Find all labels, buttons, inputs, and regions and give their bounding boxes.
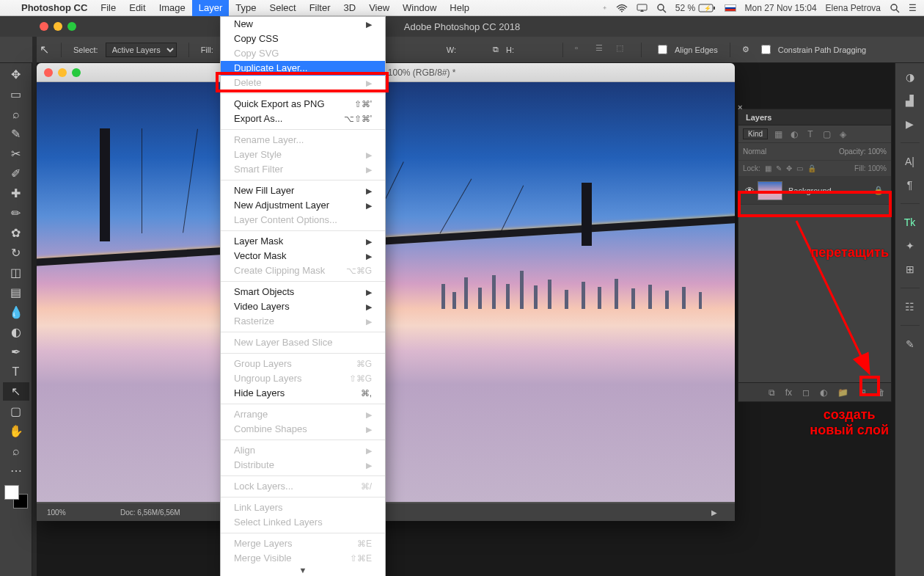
- airplay-icon[interactable]: [637, 4, 648, 12]
- menu-icon[interactable]: ☰: [909, 3, 917, 13]
- brush-tool[interactable]: ✏: [3, 204, 29, 222]
- lock-artboard-icon[interactable]: ▭: [796, 164, 803, 172]
- filter-shape-icon[interactable]: ▢: [821, 128, 832, 140]
- tk-panel-icon[interactable]: Tk: [900, 214, 920, 230]
- app-menu[interactable]: Photoshop CC: [15, 0, 94, 16]
- eraser-tool[interactable]: ◫: [3, 263, 29, 282]
- menu-filter[interactable]: Filter: [303, 0, 337, 16]
- lock-position-icon[interactable]: ✥: [786, 164, 792, 172]
- align-edges-checkbox[interactable]: [658, 45, 667, 54]
- doc-info[interactable]: Doc: 6,56M/6,56M: [120, 508, 180, 517]
- menu-item-hide-layers[interactable]: Hide Layers⌘,: [221, 386, 385, 401]
- filter-smart-icon[interactable]: ◈: [837, 128, 848, 140]
- stamp-tool[interactable]: ✿: [3, 224, 29, 242]
- layer-name[interactable]: Background: [788, 186, 832, 195]
- filter-type-icon[interactable]: T: [804, 128, 816, 140]
- layers-tab[interactable]: × Layers: [738, 109, 891, 125]
- zoom-tool[interactable]: ⌕: [3, 442, 29, 460]
- layer-filter-kind[interactable]: Kind: [743, 128, 768, 139]
- marquee-tool[interactable]: ▭: [3, 85, 29, 103]
- visibility-toggle-icon[interactable]: 👁: [741, 185, 758, 196]
- crop-tool[interactable]: ✂: [3, 145, 29, 163]
- path-operation-icon[interactable]: ▫: [575, 43, 588, 56]
- pen-tool[interactable]: ✒: [3, 343, 29, 361]
- rectangle-tool[interactable]: ▢: [3, 402, 29, 420]
- zoom-level[interactable]: 100%: [47, 508, 91, 517]
- doc-minimize-button[interactable]: [58, 68, 67, 77]
- constrain-checkbox[interactable]: [761, 45, 771, 54]
- input-source-flag[interactable]: [725, 4, 736, 12]
- close-button[interactable]: [40, 22, 48, 31]
- fill-value[interactable]: 100%: [868, 164, 887, 172]
- opacity-value[interactable]: 100%: [868, 147, 887, 156]
- bluetooth-icon[interactable]: ᛭: [602, 3, 607, 13]
- menu-item-new[interactable]: New▶: [221, 17, 385, 32]
- link-layers-icon[interactable]: ⧉: [769, 387, 775, 398]
- fx-icon[interactable]: fx: [785, 387, 792, 398]
- dodge-tool[interactable]: ◐: [3, 323, 29, 341]
- layer-lock-icon[interactable]: 🔒: [873, 186, 884, 195]
- menu-image[interactable]: Image: [153, 0, 192, 16]
- minimize-button[interactable]: [54, 22, 62, 31]
- menu-select[interactable]: Select: [263, 0, 302, 16]
- doc-zoom-button[interactable]: [72, 68, 81, 77]
- blur-tool[interactable]: 💧: [3, 303, 29, 321]
- menu-item-duplicate-layer[interactable]: Duplicate Layer...: [221, 61, 385, 76]
- doc-close-button[interactable]: [44, 68, 53, 77]
- blend-mode-select[interactable]: Normal: [743, 147, 766, 156]
- paragraph-panel-icon[interactable]: ¶: [900, 177, 920, 193]
- path-selection-tool[interactable]: ↖: [3, 382, 29, 401]
- menu-type[interactable]: Type: [229, 0, 263, 16]
- move-tool[interactable]: ✥: [3, 65, 29, 84]
- path-arrange-icon[interactable]: ⬚: [616, 43, 629, 56]
- path-selection-tool-icon[interactable]: ↖: [40, 43, 49, 56]
- menu-window[interactable]: Window: [396, 0, 443, 16]
- panel-icon-4[interactable]: ✎: [900, 336, 920, 352]
- panel-icon-3[interactable]: ☷: [900, 299, 920, 315]
- layer-thumbnail[interactable]: [758, 181, 782, 200]
- zoom-button[interactable]: [67, 22, 76, 31]
- menu-item-smart-objects[interactable]: Smart Objects▶: [221, 285, 385, 299]
- panel-close-icon[interactable]: ×: [738, 99, 742, 115]
- status-arrow-icon[interactable]: ▶: [711, 508, 717, 517]
- search-icon[interactable]: [656, 3, 667, 13]
- gear-icon[interactable]: ⚙: [742, 45, 749, 54]
- lock-pixels-icon[interactable]: ▦: [765, 164, 771, 172]
- filter-pixel-icon[interactable]: ▦: [772, 128, 784, 140]
- menu-file[interactable]: File: [94, 0, 122, 16]
- wifi-icon[interactable]: [616, 4, 628, 12]
- select-dropdown[interactable]: Active Layers: [106, 43, 177, 57]
- healing-tool[interactable]: ✚: [3, 184, 29, 203]
- menu-help[interactable]: Help: [443, 0, 476, 16]
- lasso-tool[interactable]: ⌕: [3, 105, 29, 123]
- user-name[interactable]: Elena Petrova: [826, 3, 881, 13]
- group-icon[interactable]: 📁: [837, 387, 848, 398]
- menu-3d[interactable]: 3D: [337, 0, 363, 16]
- menu-overflow-icon[interactable]: ▼: [299, 566, 307, 575]
- menu-item-quick-export-as-png[interactable]: Quick Export as PNG⇧⌘': [221, 97, 385, 112]
- menu-item-new-adjustment-layer[interactable]: New Adjustment Layer▶: [221, 198, 385, 213]
- menu-item-new-fill-layer[interactable]: New Fill Layer▶: [221, 183, 385, 198]
- quick-select-tool[interactable]: ✎: [3, 125, 29, 143]
- canvas[interactable]: [37, 82, 735, 502]
- panel-icon-2[interactable]: ⊞: [900, 261, 920, 277]
- battery-status[interactable]: 52 % ⚡: [675, 3, 716, 13]
- path-align-icon[interactable]: ☰: [595, 43, 609, 56]
- adjustment-icon[interactable]: ◐: [820, 387, 827, 398]
- search-icon-2[interactable]: [890, 3, 900, 13]
- type-tool[interactable]: T: [3, 362, 29, 381]
- menu-item-vector-mask[interactable]: Vector Mask▶: [221, 249, 385, 263]
- lock-all-icon[interactable]: 🔒: [807, 164, 816, 172]
- hand-tool[interactable]: ✋: [3, 422, 29, 440]
- mask-icon[interactable]: ◻: [802, 387, 810, 398]
- more-tools[interactable]: ⋯: [3, 462, 29, 480]
- lock-brush-icon[interactable]: ✎: [776, 164, 782, 172]
- histogram-panel-icon[interactable]: ▟: [900, 92, 920, 109]
- color-panel-icon[interactable]: ◑: [900, 69, 920, 85]
- link-wh-icon[interactable]: ⧉: [493, 45, 499, 54]
- menu-edit[interactable]: Edit: [122, 0, 152, 16]
- menu-item-export-as[interactable]: Export As...⌥⇧⌘': [221, 112, 385, 126]
- menu-item-video-layers[interactable]: Video Layers▶: [221, 299, 385, 314]
- history-brush-tool[interactable]: ↻: [3, 244, 29, 262]
- menu-item-layer-mask[interactable]: Layer Mask▶: [221, 234, 385, 249]
